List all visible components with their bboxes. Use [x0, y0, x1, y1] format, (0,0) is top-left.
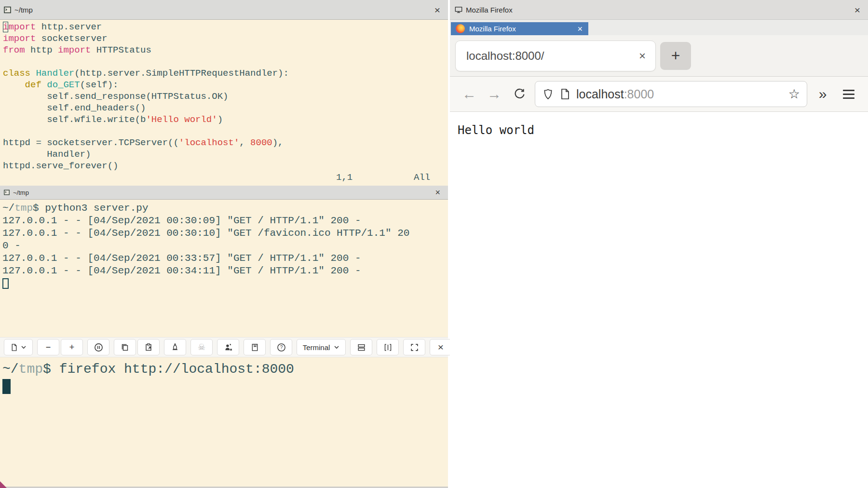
copy-icon — [121, 343, 129, 352]
shield-icon[interactable] — [542, 88, 554, 100]
url-entry-input[interactable]: localhost:8000/ × — [455, 41, 656, 71]
user-x-icon — [224, 343, 233, 352]
forward-button[interactable]: → — [485, 87, 504, 101]
dropdown-label: Terminal — [303, 343, 330, 352]
svg-text:?: ? — [280, 344, 283, 350]
reload-button[interactable] — [510, 88, 529, 101]
split-vertical-button[interactable] — [377, 339, 399, 355]
paste-button[interactable] — [137, 339, 160, 355]
chevron-down-icon — [334, 344, 339, 350]
plus-icon: + — [69, 342, 75, 352]
cursor-position: 1,1 — [336, 172, 353, 183]
monitor-icon — [455, 6, 462, 14]
server-terminal-pane[interactable]: ~/tmp$ python3 server.py127.0.0.1 - - [0… — [0, 200, 448, 337]
skull-icon: ☠ — [198, 342, 205, 352]
firefox-window: Mozilla Firefox × Mozilla Firefox × loca… — [450, 0, 868, 488]
scroll-position: All — [414, 172, 430, 183]
tab-title: Mozilla Firefox — [469, 25, 516, 33]
url-entry-value: localhost:8000/ — [466, 49, 544, 63]
browser-tab[interactable]: Mozilla Firefox × — [451, 22, 588, 35]
window-title: Mozilla Firefox — [466, 6, 513, 14]
hamburger-menu-button[interactable] — [839, 90, 858, 99]
url-port: :8000 — [624, 87, 654, 101]
window-title: ~/tmp — [14, 6, 33, 14]
address-bar[interactable]: localhost :8000 ☆ — [535, 81, 807, 107]
close-icon[interactable]: × — [854, 5, 860, 15]
pause-button[interactable] — [87, 339, 109, 355]
page-text: Hello world — [458, 123, 534, 137]
plus-icon: + — [671, 47, 680, 65]
reload-icon — [513, 88, 526, 101]
bell-button[interactable] — [164, 339, 186, 355]
firefox-titlebar[interactable]: Mozilla Firefox × — [450, 0, 868, 20]
back-button[interactable]: ← — [460, 87, 479, 101]
split-vertical-icon — [383, 343, 393, 352]
paste-icon — [144, 343, 153, 352]
split-horizontal-button[interactable] — [350, 339, 372, 355]
close-icon: × — [438, 341, 444, 353]
font-decrease-button[interactable]: − — [37, 339, 59, 355]
server-log-output: ~/tmp$ python3 server.py127.0.0.1 - - [0… — [2, 202, 448, 290]
fullscreen-icon — [410, 343, 419, 352]
kill-user-button[interactable] — [217, 339, 239, 355]
desktop: ~/tmp × import http.serverimport sockets… — [0, 0, 868, 488]
close-icon[interactable]: × — [434, 5, 440, 15]
tab-strip: Mozilla Firefox × — [450, 20, 868, 35]
url-entry-row: localhost:8000/ × + — [450, 35, 868, 76]
close-icon[interactable]: × — [435, 188, 440, 197]
bookmark-page-icon — [251, 343, 259, 352]
mouse-cursor-artifact — [0, 481, 7, 488]
active-terminal-pane[interactable]: ~/tmp$ firefox http://localhost:8000 — [0, 357, 448, 486]
bell-icon — [171, 343, 179, 352]
fullscreen-button[interactable] — [403, 339, 425, 355]
navigation-toolbar: ← → localhost :8000 ☆ » — [450, 76, 868, 112]
firefox-logo-icon — [456, 24, 465, 33]
new-file-icon — [10, 343, 18, 352]
pause-icon — [94, 343, 103, 352]
terminal-window: ~/tmp × import http.serverimport sockets… — [0, 0, 448, 488]
url-host: localhost — [576, 87, 624, 101]
new-tab-button[interactable]: + — [660, 42, 691, 70]
vim-terminal-titlebar[interactable]: ~/tmp × — [0, 0, 448, 20]
help-button[interactable]: ? — [270, 339, 292, 355]
overflow-menu-button[interactable]: » — [813, 87, 832, 101]
new-tab-button[interactable] — [4, 339, 33, 355]
terminal-icon — [4, 6, 11, 14]
chevron-down-icon — [21, 344, 27, 350]
page-info-icon[interactable] — [560, 88, 570, 100]
split-horizontal-icon — [357, 343, 366, 352]
window-title: ~/tmp — [13, 189, 29, 196]
vim-code: import http.serverimport socketserverfro… — [3, 21, 448, 172]
clear-icon[interactable]: × — [639, 50, 646, 62]
kill-process-button[interactable]: ☠ — [190, 339, 213, 355]
bookmark-star-icon[interactable]: ☆ — [788, 88, 800, 101]
minus-icon: − — [46, 342, 51, 352]
terminal-icon — [4, 190, 10, 195]
vim-editor-pane[interactable]: import http.serverimport socketserverfro… — [0, 20, 448, 186]
save-contents-button[interactable] — [244, 339, 266, 355]
browser-viewport[interactable]: Hello world — [450, 112, 868, 488]
copy-button[interactable] — [114, 339, 136, 355]
active-terminal-output: ~/tmp$ firefox http://localhost:8000 — [2, 361, 448, 395]
help-icon: ? — [277, 343, 286, 352]
terminal-toolbar: − + ☠ ? Termi — [0, 337, 448, 357]
font-increase-button[interactable]: + — [61, 339, 83, 355]
close-terminal-button[interactable]: × — [430, 339, 452, 355]
terminal-type-dropdown[interactable]: Terminal — [297, 339, 346, 355]
server-terminal-titlebar[interactable]: ~/tmp × — [0, 186, 448, 200]
vim-statusline: 1,1 All — [0, 172, 448, 184]
tab-close-icon[interactable]: × — [577, 25, 583, 33]
